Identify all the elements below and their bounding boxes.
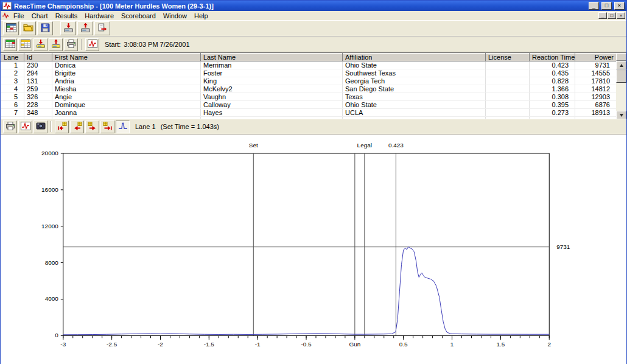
trace-window-icon <box>88 39 97 51</box>
table-row[interactable]: 1230DonicaMerrimanOhio State0.4239731 <box>1 61 617 69</box>
save-button[interactable] <box>37 21 53 35</box>
last-lane-button[interactable] <box>100 121 114 133</box>
col-header-reaction-time[interactable]: Reaction Time <box>530 54 575 61</box>
table-row[interactable]: 6228DominqueCallowayOhio State0.3956876 <box>1 101 617 109</box>
event-window-button[interactable] <box>3 21 19 35</box>
cell-license <box>486 93 530 101</box>
cell-license <box>486 109 530 117</box>
menu-scoreboard[interactable]: Scoreboard <box>117 12 159 20</box>
cell-lane: 1 <box>1 61 24 69</box>
menu-hardware[interactable]: Hardware <box>81 12 117 20</box>
first-lane-button[interactable] <box>55 121 69 133</box>
scrollbar-thumb[interactable] <box>616 69 626 83</box>
scrollbar-track[interactable] <box>616 69 626 111</box>
first-lane-icon <box>57 121 67 133</box>
trace-print-button[interactable] <box>18 121 32 133</box>
minimize-button[interactable]: _ <box>589 2 599 10</box>
col-header-power[interactable]: Power <box>575 54 617 61</box>
print-icon <box>66 39 76 51</box>
menu-file[interactable]: File <box>10 12 28 20</box>
cell-last-name: Merriman <box>201 61 343 69</box>
cell-last-name: Foster <box>201 69 343 77</box>
menu-chart[interactable]: Chart <box>28 12 52 20</box>
upload-assignments-button[interactable] <box>49 38 63 51</box>
svg-text:8000: 8000 <box>45 259 59 266</box>
print-chart-button[interactable] <box>3 121 17 133</box>
cell-affiliation: Ohio State <box>343 101 486 109</box>
print-list-button[interactable] <box>64 38 78 51</box>
svg-text:-1.5: -1.5 <box>204 341 215 348</box>
menu-window[interactable]: Window <box>159 12 191 20</box>
upload-assignments-icon <box>51 39 61 51</box>
header-row: Lane Id First Name Last Name Affiliation… <box>1 54 617 61</box>
svg-text:0.5: 0.5 <box>399 341 408 348</box>
cell-power: 14812 <box>575 85 617 93</box>
table-row[interactable]: 3131AndriaKingGeorgia Tech0.82817810 <box>1 77 617 85</box>
menu-bar: File Chart Results Hardware Scoreboard W… <box>1 11 626 20</box>
empty-row <box>1 117 617 119</box>
trace-view-icon <box>118 121 128 133</box>
snapshot-button[interactable] <box>33 121 47 133</box>
open-button[interactable] <box>20 21 36 35</box>
results-grid-icon <box>21 39 30 51</box>
table-row[interactable]: 5326AngieVaughnTexas0.30812903 <box>1 93 617 101</box>
download-reactions-button[interactable] <box>33 38 47 51</box>
empty-cell <box>52 117 201 119</box>
open-folder-icon <box>23 23 33 35</box>
previous-lane-button[interactable] <box>70 121 84 133</box>
col-header-affiliation[interactable]: Affiliation <box>343 54 486 61</box>
svg-text:20000: 20000 <box>41 150 58 156</box>
results-grid-button[interactable] <box>18 38 32 51</box>
save-icon <box>40 23 51 35</box>
cell-lane: 4 <box>1 85 24 93</box>
reaction-chart: 040008000120001600020000-3-2.5-2-1.5-1-0… <box>1 135 626 364</box>
restore-button[interactable]: □ <box>601 2 612 10</box>
download-from-unit-icon <box>63 23 74 35</box>
last-lane-icon <box>103 121 113 133</box>
menu-results[interactable]: Results <box>52 12 82 20</box>
toolbar-separator <box>81 39 82 50</box>
svg-text:16000: 16000 <box>41 186 58 193</box>
vertical-scrollbar[interactable] <box>616 53 626 119</box>
start-list-button[interactable] <box>3 38 17 51</box>
scroll-up-button[interactable] <box>616 61 626 69</box>
table-row[interactable]: 2294BrigitteFosterSouthwest Texas0.43514… <box>1 69 617 77</box>
table-row[interactable]: 7348JoannaHayesUCLA0.27318913 <box>1 109 617 117</box>
mdi-restore-button[interactable]: □ <box>608 12 616 19</box>
empty-cell <box>343 117 486 119</box>
scroll-down-icon <box>620 114 623 117</box>
cell-lane: 3 <box>1 77 24 85</box>
col-header-last-name[interactable]: Last Name <box>201 54 343 61</box>
mdi-minimize-button[interactable]: _ <box>598 12 607 19</box>
document-trace-icon[interactable] <box>2 12 10 19</box>
close-button[interactable]: × <box>614 2 625 10</box>
cell-first-name: Brigitte <box>52 69 201 77</box>
cell-id: 326 <box>24 93 52 101</box>
col-header-first-name[interactable]: First Name <box>52 54 201 61</box>
transfer-results-button[interactable] <box>94 21 110 35</box>
col-header-id[interactable]: Id <box>24 54 52 61</box>
chart-area: 040008000120001600020000-3-2.5-2-1.5-1-0… <box>1 135 626 364</box>
mdi-close-button[interactable]: × <box>617 12 625 19</box>
cell-lane: 6 <box>1 101 24 109</box>
next-lane-button[interactable] <box>85 121 99 133</box>
download-from-unit-button[interactable] <box>60 21 76 35</box>
upload-to-unit-button[interactable] <box>77 21 93 35</box>
svg-text:4000: 4000 <box>45 295 59 302</box>
cell-first-name: Andria <box>52 77 201 85</box>
trace-window-button[interactable] <box>85 38 99 51</box>
scroll-down-button[interactable] <box>616 111 626 119</box>
trace-view-button[interactable] <box>116 121 130 133</box>
cell-license <box>486 69 530 77</box>
col-header-license[interactable]: License <box>486 54 530 61</box>
menu-help[interactable]: Help <box>191 12 212 20</box>
results-tbody: 1230DonicaMerrimanOhio State0.4239731229… <box>1 61 617 119</box>
main-toolbar <box>1 20 626 37</box>
cell-affiliation: Southwest Texas <box>343 69 486 77</box>
table-row[interactable]: 4259MieshaMcKelvy2San Diego State1.36614… <box>1 85 617 93</box>
col-header-lane[interactable]: Lane <box>1 54 24 61</box>
cell-id: 228 <box>24 101 52 109</box>
set-time-label: (Set Time = 1.043s) <box>161 123 219 130</box>
cell-last-name: Vaughn <box>201 93 343 101</box>
cell-first-name: Dominque <box>52 101 201 109</box>
